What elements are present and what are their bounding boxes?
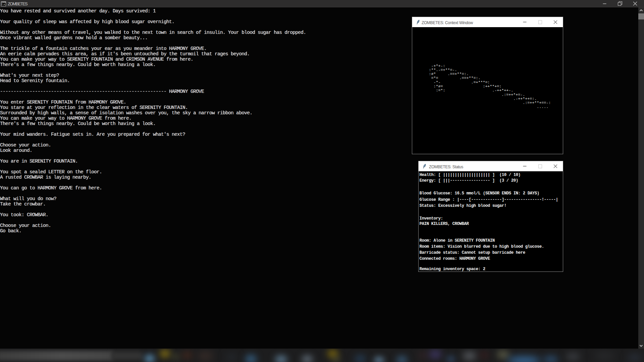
- svg-text:C:\: C:\: [2, 3, 5, 5]
